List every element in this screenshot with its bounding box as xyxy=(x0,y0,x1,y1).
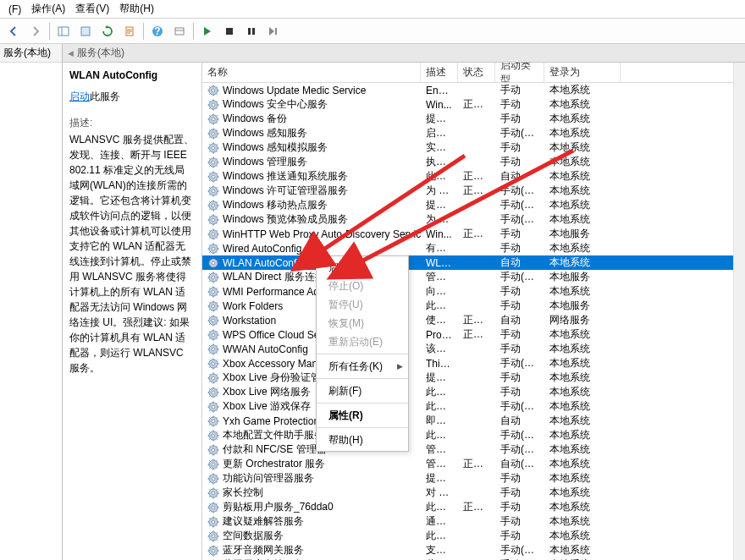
svg-text:?: ? xyxy=(154,25,160,37)
tb-refresh[interactable] xyxy=(97,21,118,41)
tb-stop[interactable] xyxy=(219,21,240,41)
detail-desc-label: 描述: xyxy=(69,116,195,130)
svg-rect-11 xyxy=(275,28,277,35)
back-button[interactable] xyxy=(3,21,24,41)
detail-service-name: WLAN AutoConfig xyxy=(69,69,195,81)
pane-title-label: 服务(本地) xyxy=(77,46,124,60)
tb-btn-1[interactable] xyxy=(53,21,74,41)
detail-start-line: 启动此服务 xyxy=(69,90,195,104)
menu-help[interactable]: 帮助(H) xyxy=(114,0,159,18)
left-tree[interactable]: 服务(本地) xyxy=(0,44,63,560)
detail-desc: WLANSVC 服务提供配置、发现、连接、断开与 IEEE 802.11 标准定… xyxy=(69,132,195,376)
toolbar: ? xyxy=(0,19,745,44)
svg-rect-9 xyxy=(248,28,251,35)
svg-rect-2 xyxy=(81,27,90,36)
annotation-arrows xyxy=(202,63,744,560)
toolbar-separator xyxy=(143,23,144,40)
tb-btn-2[interactable] xyxy=(75,21,96,41)
menu-file[interactable]: (F) xyxy=(3,2,26,17)
main-area: 服务(本地) 服务(本地) WLAN AutoConfig 启动此服务 描述: … xyxy=(0,44,745,560)
menu-view[interactable]: 查看(V) xyxy=(70,0,114,18)
right-pane: 服务(本地) WLAN AutoConfig 启动此服务 描述: WLANSVC… xyxy=(63,44,745,560)
svg-rect-0 xyxy=(58,27,69,36)
tb-play[interactable] xyxy=(197,21,218,41)
svg-rect-10 xyxy=(252,28,255,35)
start-suffix: 此服务 xyxy=(90,91,120,102)
tree-root[interactable]: 服务(本地) xyxy=(0,44,62,63)
toolbar-separator xyxy=(193,23,194,40)
svg-line-352 xyxy=(318,156,465,253)
toolbar-separator xyxy=(49,23,50,40)
forward-button[interactable] xyxy=(25,21,46,41)
start-service-link[interactable]: 启动 xyxy=(69,91,90,102)
menubar[interactable]: (F) 操作(A) 查看(V) 帮助(H) xyxy=(0,0,745,19)
tb-pause[interactable] xyxy=(241,21,262,41)
svg-rect-8 xyxy=(226,28,233,35)
pane-title-tab[interactable]: 服务(本地) xyxy=(63,44,745,63)
detail-pane: WLAN AutoConfig 启动此服务 描述: WLANSVC 服务提供配置… xyxy=(63,63,202,560)
menu-action[interactable]: 操作(A) xyxy=(26,0,70,18)
svg-rect-6 xyxy=(175,28,184,35)
tb-btn-3[interactable] xyxy=(169,21,190,41)
tb-help[interactable]: ? xyxy=(147,21,168,41)
tb-restart[interactable] xyxy=(263,21,284,41)
tb-export[interactable] xyxy=(119,21,140,41)
services-list[interactable]: 名称 描述 状态 启动类型 登录为 Windows Update Medic S… xyxy=(202,63,745,560)
